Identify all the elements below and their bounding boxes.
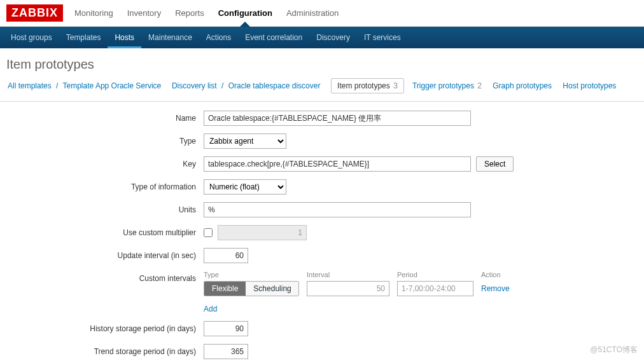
tab-label: Item prototypes bbox=[337, 81, 390, 90]
breadcrumb: All templates / Template App Oracle Serv… bbox=[0, 78, 644, 101]
input-name[interactable] bbox=[204, 111, 471, 126]
tab-graph-prototypes[interactable]: Graph prototypes bbox=[493, 81, 552, 90]
ci-remove-link[interactable]: Remove bbox=[481, 284, 510, 293]
mainnav-reports[interactable]: Reports bbox=[175, 0, 204, 26]
label-type: Type bbox=[0, 134, 204, 146]
key-select-button[interactable]: Select bbox=[476, 156, 514, 172]
label-trend: Trend storage period (in days) bbox=[0, 344, 204, 356]
topbar: ZABBIX Monitoring Inventory Reports Conf… bbox=[0, 0, 644, 27]
subnav-templates[interactable]: Templates bbox=[59, 27, 108, 48]
input-key[interactable] bbox=[204, 156, 471, 172]
tab-item-prototypes[interactable]: Item prototypes 3 bbox=[331, 78, 404, 93]
subnav-discovery[interactable]: Discovery bbox=[309, 27, 357, 48]
tab-count: 2 bbox=[477, 81, 482, 90]
tab-host-prototypes[interactable]: Host prototypes bbox=[563, 81, 616, 90]
crumb-all-templates[interactable]: All templates bbox=[8, 81, 52, 90]
ci-head-action: Action bbox=[481, 271, 501, 278]
crumb-template[interactable]: Template App Oracle Service bbox=[63, 81, 162, 90]
ci-interval-input[interactable] bbox=[307, 281, 389, 296]
select-info-type[interactable]: Numeric (float) bbox=[204, 179, 286, 195]
label-key: Key bbox=[0, 156, 204, 168]
crumb-discovery-list[interactable]: Discovery list bbox=[172, 81, 217, 90]
mainnav-administration[interactable]: Administration bbox=[286, 0, 339, 26]
ci-period-input[interactable] bbox=[397, 281, 473, 296]
crumb-rule[interactable]: Oracle tablespace discover bbox=[228, 81, 321, 90]
mainnav-inventory[interactable]: Inventory bbox=[127, 0, 161, 26]
subnav-hosts[interactable]: Hosts bbox=[108, 27, 141, 48]
ci-flexible[interactable]: Flexible bbox=[204, 282, 246, 296]
ci-head-interval: Interval bbox=[307, 271, 389, 278]
ci-type-segmented[interactable]: Flexible Scheduling bbox=[204, 281, 299, 296]
item-prototype-form: Name Type Zabbix agent Key Select Type o… bbox=[0, 111, 644, 359]
label-history: History storage period (in days) bbox=[0, 321, 204, 333]
subnav-host-groups[interactable]: Host groups bbox=[4, 27, 59, 48]
input-trend[interactable] bbox=[204, 344, 248, 359]
label-units: Units bbox=[0, 202, 204, 214]
crumb-sep: / bbox=[221, 81, 223, 90]
page-title: Item prototypes bbox=[0, 48, 644, 78]
input-multiplier bbox=[218, 225, 307, 240]
subnav-actions[interactable]: Actions bbox=[199, 27, 238, 48]
label-info-type: Type of information bbox=[0, 179, 204, 191]
sub-nav: Host groups Templates Hosts Maintenance … bbox=[0, 27, 644, 48]
label-multiplier: Use custom multiplier bbox=[0, 225, 204, 237]
custom-intervals-block: Type Interval Period Action Flexible Sch… bbox=[204, 271, 510, 313]
logo[interactable]: ZABBIX bbox=[6, 4, 63, 22]
subnav-it-services[interactable]: IT services bbox=[357, 27, 408, 48]
mainnav-monitoring[interactable]: Monitoring bbox=[74, 0, 113, 26]
label-update-interval: Update interval (in sec) bbox=[0, 248, 204, 260]
crumb-sep: / bbox=[56, 81, 58, 90]
tab-trigger-prototypes[interactable]: Trigger prototypes 2 bbox=[412, 81, 484, 90]
ci-scheduling[interactable]: Scheduling bbox=[246, 282, 298, 296]
ci-head-type: Type bbox=[204, 271, 299, 278]
label-name: Name bbox=[0, 111, 204, 123]
subnav-event-correlation[interactable]: Event correlation bbox=[238, 27, 309, 48]
ci-head-period: Period bbox=[397, 271, 473, 278]
tab-label: Trigger prototypes bbox=[412, 81, 474, 90]
input-units[interactable] bbox=[204, 202, 471, 217]
label-custom-intervals: Custom intervals bbox=[0, 271, 204, 283]
input-update-interval[interactable] bbox=[204, 248, 248, 263]
tab-count: 3 bbox=[393, 81, 398, 90]
main-nav: Monitoring Inventory Reports Configurati… bbox=[74, 0, 339, 26]
ci-add-link[interactable]: Add bbox=[204, 305, 217, 313]
select-type[interactable]: Zabbix agent bbox=[204, 134, 286, 149]
checkbox-multiplier[interactable] bbox=[204, 228, 213, 237]
subnav-maintenance[interactable]: Maintenance bbox=[141, 27, 199, 48]
mainnav-configuration[interactable]: Configuration bbox=[218, 0, 272, 26]
watermark: @51CTO博客 bbox=[590, 345, 638, 355]
input-history[interactable] bbox=[204, 321, 248, 336]
